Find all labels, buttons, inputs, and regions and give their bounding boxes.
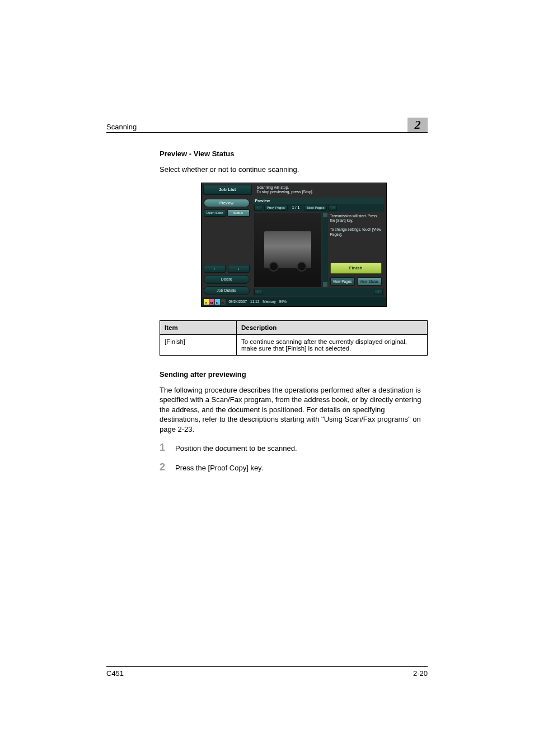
- prev-pages-button[interactable]: Prev. Pages: [264, 205, 288, 211]
- page-next-arrow[interactable]: →: [328, 205, 337, 211]
- side-message-start: Transmission will start. Press the [Star…: [330, 214, 382, 223]
- running-header: Scanning 2: [106, 118, 428, 133]
- page-footer: C451 2-20: [106, 666, 428, 678]
- table-row: [Finish]To continue scanning after the c…: [160, 334, 428, 355]
- preview-button[interactable]: Preview: [204, 199, 250, 208]
- step-number: 2: [160, 461, 175, 473]
- preview-panel-label: Preview: [253, 198, 384, 204]
- page-indicator: 1 / 1: [289, 206, 303, 209]
- screen-top-message: Scanning will stop. To stop previewing, …: [254, 183, 386, 197]
- section-intro: Select whether or not to continue scanni…: [160, 165, 428, 175]
- next-pages-button[interactable]: Next Pages: [304, 205, 327, 211]
- status-memory-value: 99%: [279, 300, 287, 304]
- step-number: 1: [160, 442, 175, 454]
- procedure-steps: 1Position the document to be scanned.2Pr…: [160, 442, 428, 473]
- scroll-up-icon[interactable]: [323, 213, 327, 217]
- section-title-sending-after-previewing: Sending after previewing: [160, 370, 428, 379]
- step-text: Position the document to be scanned.: [175, 444, 297, 454]
- table-header-item: Item: [160, 320, 237, 334]
- device-screenshot: Job List Scanning will stop. To stop pre…: [201, 183, 387, 307]
- toner-y-icon: Y: [204, 299, 209, 305]
- tab-status[interactable]: Status: [227, 209, 250, 217]
- tab-open-scan[interactable]: Open Scan: [204, 209, 226, 217]
- section-title-preview-view-status: Preview - View Status: [160, 150, 428, 158]
- footer-page-number: 2-20: [413, 669, 428, 678]
- finish-button[interactable]: Finish: [330, 263, 382, 274]
- table-header-description: Description: [237, 320, 428, 334]
- scroll-down-icon[interactable]: [323, 282, 327, 287]
- view-status-button[interactable]: View Status: [357, 277, 382, 286]
- toner-levels: Y M C K: [204, 299, 226, 305]
- side-message-change-settings: To change settings, touch [View Pages].: [330, 227, 382, 236]
- preview-image: [264, 231, 311, 268]
- procedure-step: 2Press the [Proof Copy] key.: [160, 461, 428, 473]
- screen-top-message-line2: To stop previewing, press [Stop].: [257, 190, 386, 194]
- screen-top-message-line1: Scanning will stop.: [257, 185, 386, 190]
- job-details-button[interactable]: Job Details: [204, 286, 250, 295]
- job-list-button[interactable]: Job List: [203, 185, 252, 195]
- delete-button[interactable]: Delete: [204, 275, 250, 284]
- preview-canvas: [254, 213, 321, 287]
- page-prev-arrow[interactable]: ←: [254, 205, 263, 211]
- table-cell-item: [Finish]: [160, 334, 237, 355]
- procedure-step: 1Position the document to be scanned.: [160, 442, 428, 454]
- running-header-section: Scanning: [106, 123, 137, 131]
- preview-vertical-scrollbar[interactable]: [322, 213, 328, 287]
- view-pages-button[interactable]: View Pages: [330, 277, 355, 286]
- footer-model: C451: [106, 669, 124, 678]
- status-time: 11:12: [250, 300, 259, 304]
- list-scroll-down-button[interactable]: ↓: [228, 265, 250, 273]
- toner-c-icon: C: [215, 299, 220, 305]
- status-memory-label: Memory: [263, 300, 275, 304]
- table-cell-description: To continue scanning after the currently…: [237, 334, 428, 355]
- pan-left-button[interactable]: ←: [254, 289, 263, 295]
- chapter-number-badge: 2: [407, 118, 428, 132]
- step-text: Press the [Proof Copy] key.: [175, 463, 263, 473]
- sending-after-previewing-paragraph: The following procedure describes the op…: [160, 385, 428, 435]
- list-scroll-up-button[interactable]: ↑: [204, 265, 226, 273]
- status-date: 09/24/2007: [229, 300, 247, 304]
- item-description-table: ItemDescription[Finish]To continue scann…: [160, 320, 428, 356]
- toner-k-icon: K: [221, 299, 226, 305]
- pan-right-button[interactable]: →: [374, 289, 383, 295]
- toner-m-icon: M: [209, 299, 214, 305]
